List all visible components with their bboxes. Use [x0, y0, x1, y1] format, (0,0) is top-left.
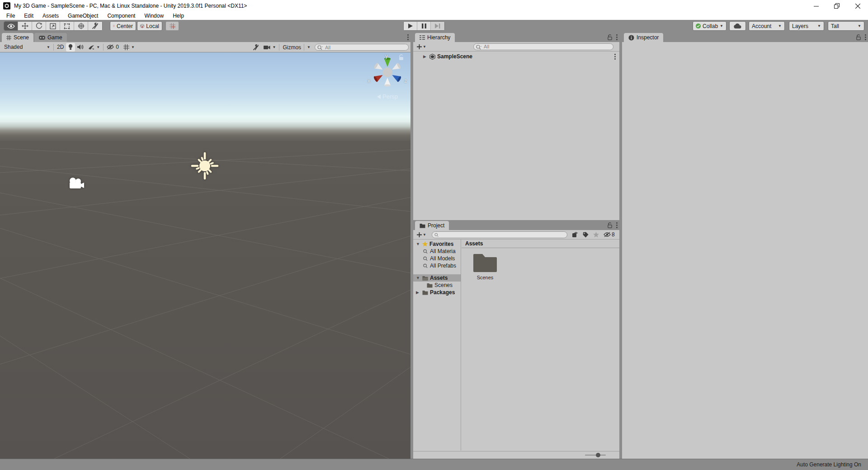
kebab-menu-icon[interactable]: [616, 222, 618, 228]
menu-file[interactable]: File: [2, 12, 19, 19]
layers-dropdown[interactable]: Layers ▼: [789, 21, 824, 31]
projection-indicator[interactable]: Persp: [365, 93, 410, 100]
hierarchy-search-field[interactable]: [473, 43, 613, 50]
scale-tool-button[interactable]: [46, 22, 60, 30]
tree-item-all-materials[interactable]: All Materia: [413, 248, 461, 255]
minimize-button[interactable]: [806, 0, 826, 12]
tab-game[interactable]: Game: [34, 33, 67, 42]
expand-caret-icon[interactable]: ▶: [416, 290, 420, 295]
toggle-2d-button[interactable]: 2D: [55, 43, 66, 52]
hierarchy-toolbar: ▼: [413, 42, 619, 52]
search-by-label-icon[interactable]: [583, 232, 589, 238]
close-button[interactable]: [847, 0, 868, 12]
step-button[interactable]: [431, 22, 444, 30]
tree-item-packages[interactable]: ▶ Packages: [413, 289, 461, 296]
tab-project[interactable]: Project: [415, 221, 449, 230]
rotate-tool-button[interactable]: [32, 22, 46, 30]
hierarchy-search-input[interactable]: [474, 44, 613, 49]
tree-label: All Models: [430, 255, 455, 262]
play-button[interactable]: [404, 22, 417, 30]
chevron-down-icon: ▼: [423, 45, 426, 49]
collab-dropdown[interactable]: Collab ▼: [693, 21, 726, 31]
axis-y-label[interactable]: y: [385, 53, 388, 59]
menu-help[interactable]: Help: [168, 12, 189, 19]
axis-z-label[interactable]: z: [404, 78, 407, 84]
scene-tools-button[interactable]: [250, 43, 261, 52]
project-body: ▼ Favorites All Materia All Models All P…: [413, 240, 619, 451]
hidden-packages-toggle[interactable]: 8: [604, 231, 615, 238]
arrow-left-icon: [377, 94, 381, 99]
menu-gameobject[interactable]: GameObject: [63, 12, 103, 19]
tree-item-assets[interactable]: ▼ Assets: [413, 274, 461, 282]
shading-mode-dropdown[interactable]: Shaded ▼: [2, 43, 52, 52]
scene-search-input[interactable]: [315, 45, 408, 50]
project-create-button[interactable]: ▼: [415, 232, 428, 237]
rect-icon: [64, 23, 70, 29]
axis-x-label[interactable]: x: [368, 78, 370, 84]
menu-window[interactable]: Window: [140, 12, 168, 19]
pivot-toggle-button[interactable]: Center: [110, 21, 136, 31]
transform-tool-button[interactable]: [74, 22, 88, 30]
gizmos-label: Gizmos: [283, 44, 301, 51]
slider-knob[interactable]: [596, 453, 600, 457]
menu-edit[interactable]: Edit: [19, 12, 38, 19]
hierarchy-create-button[interactable]: ▼: [415, 44, 428, 49]
kebab-menu-icon[interactable]: [614, 54, 616, 60]
scene-viewport[interactable]: y x z Persp: [0, 52, 410, 459]
gizmo-unlock-icon[interactable]: [398, 54, 404, 61]
restore-button[interactable]: [826, 0, 847, 12]
thumbnail-zoom-slider[interactable]: [585, 455, 606, 456]
eye-icon: [7, 24, 15, 29]
tab-inspector[interactable]: Inspector: [624, 33, 663, 42]
menu-assets[interactable]: Assets: [38, 12, 63, 19]
scene-grid-dropdown[interactable]: ▼: [121, 43, 137, 52]
hierarchy-item-samplescene[interactable]: ▶ SampleScene: [413, 53, 619, 60]
project-search-field[interactable]: [432, 231, 567, 238]
tree-item-favorites[interactable]: ▼ Favorites: [413, 240, 461, 248]
tree-item-scenes[interactable]: Scenes: [413, 282, 461, 289]
layout-label: Tall: [831, 23, 839, 29]
move-tool-button[interactable]: [18, 22, 32, 30]
scene-effects-dropdown[interactable]: ▼: [86, 43, 102, 52]
collapse-caret-icon[interactable]: ▼: [416, 276, 420, 280]
expand-caret-icon[interactable]: ▶: [423, 54, 428, 59]
status-message[interactable]: Auto Generate Lighting On: [797, 461, 861, 468]
tree-item-all-prefabs[interactable]: All Prefabs: [413, 262, 461, 269]
grid-snap-button[interactable]: [165, 21, 179, 31]
cloud-button[interactable]: [729, 21, 746, 31]
unlock-icon[interactable]: [607, 222, 613, 228]
tab-scene[interactable]: Scene: [2, 33, 33, 42]
space-toggle-button[interactable]: Local: [137, 21, 162, 31]
kebab-menu-icon[interactable]: [616, 34, 618, 40]
kebab-menu-icon[interactable]: [407, 34, 409, 40]
directional-light-gizmo[interactable]: [191, 152, 219, 180]
scene-visibility-toggle[interactable]: 0: [104, 43, 121, 52]
save-search-icon[interactable]: [593, 232, 599, 238]
scene-audio-toggle[interactable]: [75, 43, 86, 52]
unlock-icon[interactable]: [607, 34, 613, 40]
project-search-input[interactable]: [432, 232, 567, 237]
chevron-down-icon: ▼: [423, 233, 426, 237]
collapse-caret-icon[interactable]: ▼: [416, 242, 420, 246]
wrench-screwdriver-icon: [253, 44, 259, 51]
layout-dropdown[interactable]: Tall ▼: [828, 21, 864, 31]
asset-folder-scenes[interactable]: Scenes: [468, 253, 502, 280]
kebab-menu-icon[interactable]: [865, 34, 866, 40]
rect-tool-button[interactable]: [60, 22, 74, 30]
pause-button[interactable]: [417, 22, 431, 30]
custom-tool-button[interactable]: [88, 22, 102, 30]
scene-search-field[interactable]: [315, 44, 409, 51]
unlock-icon[interactable]: [856, 34, 861, 40]
scene-camera-dropdown[interactable]: ▼: [261, 43, 278, 52]
tree-item-all-models[interactable]: All Models: [413, 255, 461, 262]
account-dropdown[interactable]: Account ▼: [749, 21, 785, 31]
hierarchy-panel: Hierarchy ▼ ▶ SampleScene: [413, 32, 619, 220]
scene-lighting-toggle[interactable]: [66, 43, 75, 52]
search-by-type-icon[interactable]: [572, 232, 578, 238]
gizmos-dropdown[interactable]: Gizmos ▼: [280, 43, 313, 52]
camera-gizmo[interactable]: [68, 177, 85, 190]
scene-ground-grid: [0, 52, 410, 459]
tab-hierarchy[interactable]: Hierarchy: [415, 33, 455, 42]
view-tool-button[interactable]: [4, 22, 18, 30]
menu-component[interactable]: Component: [103, 12, 140, 19]
